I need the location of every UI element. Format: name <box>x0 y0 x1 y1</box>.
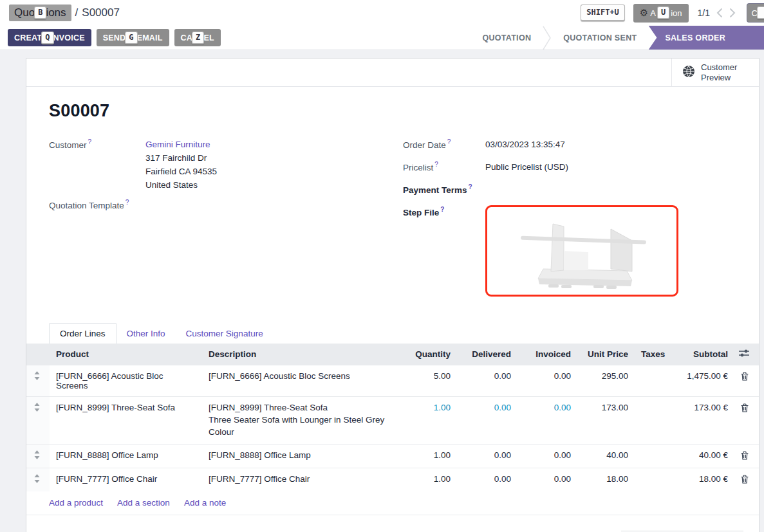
form-sheet: Customer Preview S00007 Customer? Gemini… <box>26 58 759 532</box>
cell-taxes[interactable] <box>635 468 668 491</box>
status-step-quotation-sent[interactable]: QUOTATION SENT <box>552 26 648 50</box>
page-title: S00007 <box>49 101 736 121</box>
table-header-row: Product Description Quantity Delivered I… <box>26 344 759 365</box>
cancel-button[interactable]: CAZEL <box>174 29 221 46</box>
table-row[interactable]: [FURN_8888] Office Lamp [FURN_8888] Offi… <box>26 444 759 468</box>
column-header-quantity[interactable]: Quantity <box>399 344 457 365</box>
hotkey-badge-cropped <box>757 6 764 19</box>
step-file-image[interactable] <box>485 205 678 297</box>
delete-row-icon[interactable] <box>734 444 759 468</box>
description-line: Three Seater Sofa with Lounger in Steel … <box>209 414 393 438</box>
cell-invoiced[interactable]: 0.00 <box>517 396 577 444</box>
delete-row-icon[interactable] <box>734 365 759 396</box>
send-email-label: EMAIL <box>137 33 163 42</box>
column-header-delivered[interactable]: Delivered <box>457 344 517 365</box>
breadcrumb-record-name: S00007 <box>82 6 120 19</box>
breadcrumb-section-text: Quo <box>14 6 35 19</box>
page-background: Customer Preview S00007 Customer? Gemini… <box>0 50 764 532</box>
quotation-template-field-label: Quotation Template? <box>49 198 145 210</box>
send-email-button[interactable]: SENDGEMAIL <box>97 29 169 46</box>
status-step-quotation[interactable]: QUOTATION <box>471 26 543 50</box>
column-header-invoiced[interactable]: Invoiced <box>517 344 577 365</box>
tab-other-info[interactable]: Other Info <box>116 324 176 344</box>
cell-quantity[interactable]: 1.00 <box>399 396 457 444</box>
cell-unit-price[interactable]: 173.00 <box>577 396 635 444</box>
column-header-unit-price[interactable]: Unit Price <box>577 344 635 365</box>
customer-preview-button[interactable]: Customer Preview <box>671 59 759 86</box>
customer-link[interactable]: Gemini Furniture <box>145 138 217 151</box>
help-icon: ? <box>88 138 92 145</box>
cell-subtotal: 40.00 € <box>668 444 734 468</box>
drag-handle-icon[interactable] <box>26 396 50 444</box>
cell-taxes[interactable] <box>635 365 668 396</box>
create-invoice-button[interactable]: CREATQNVOICE <box>8 29 91 46</box>
drag-handle-icon[interactable] <box>26 468 50 491</box>
create-invoice-label: CREAT <box>14 33 42 42</box>
breadcrumb-quotations-link[interactable]: QuoBions <box>9 5 71 21</box>
tab-customer-signature[interactable]: Customer Signature <box>176 324 274 344</box>
payment-terms-field-label: Payment Terms? <box>403 183 485 195</box>
column-header-taxes[interactable]: Taxes <box>635 344 668 365</box>
address-line: 317 Fairchild Dr <box>145 151 217 165</box>
cell-invoiced[interactable]: 0.00 <box>517 468 577 491</box>
cell-description[interactable]: [FURN_8999] Three-Seat Sofa Three Seater… <box>202 396 399 444</box>
table-add-links: Add a product Add a section Add a note <box>26 491 759 515</box>
delete-row-icon[interactable] <box>734 396 759 444</box>
add-a-section-link[interactable]: Add a section <box>117 498 170 508</box>
cancel-label: EL <box>203 33 214 42</box>
action-menu-label: A <box>650 8 656 18</box>
handle-column-header <box>26 344 50 365</box>
pager-next-icon[interactable] <box>729 8 736 18</box>
notebook-tabs: Order Lines Other Info Customer Signatur… <box>26 322 759 344</box>
customer-preview-label: Customer Preview <box>701 62 746 83</box>
tab-order-lines[interactable]: Order Lines <box>49 323 116 344</box>
customer-address: 317 Fairchild Dr Fairfield CA 94535 Unit… <box>145 151 217 192</box>
table-row[interactable]: [FURN_8999] Three-Seat Sofa [FURN_8999] … <box>26 396 759 444</box>
status-separator-icon <box>543 26 552 50</box>
cell-delivered[interactable]: 0.00 <box>457 468 517 491</box>
order-date-field-value[interactable]: 03/03/2023 13:35:47 <box>485 138 565 151</box>
action-menu-button[interactable]: ⚙ AUion <box>633 4 689 23</box>
cell-product[interactable]: [FURN_6666] Acoustic Bloc Screens <box>50 365 202 396</box>
cell-unit-price[interactable]: 18.00 <box>577 468 635 491</box>
drag-handle-icon[interactable] <box>26 444 50 468</box>
column-header-product[interactable]: Product <box>50 344 202 365</box>
drag-handle-icon[interactable] <box>26 365 50 396</box>
cell-invoiced[interactable]: 0.00 <box>517 365 577 396</box>
cell-delivered[interactable]: 0.00 <box>457 396 517 444</box>
add-a-product-link[interactable]: Add a product <box>49 498 103 508</box>
cell-delivered[interactable]: 0.00 <box>457 444 517 468</box>
hotkey-badge-q: Q <box>41 32 53 44</box>
add-a-note-link[interactable]: Add a note <box>184 498 226 508</box>
cell-taxes[interactable] <box>635 396 668 444</box>
cell-unit-price[interactable]: 295.00 <box>577 365 635 396</box>
cell-product[interactable]: [FURN_8888] Office Lamp <box>50 444 202 468</box>
cell-quantity[interactable]: 1.00 <box>399 444 457 468</box>
status-step-sales-order[interactable]: SALES ORDER <box>648 26 764 50</box>
cell-description[interactable]: [FURN_6666] Acoustic Bloc Screens <box>202 365 399 396</box>
cell-delivered[interactable]: 0.00 <box>457 365 517 396</box>
column-header-description[interactable]: Description <box>202 344 399 365</box>
cell-taxes[interactable] <box>635 444 668 468</box>
cell-product[interactable]: [FURN_8999] Three-Seat Sofa <box>50 396 202 444</box>
cell-unit-price[interactable]: 40.00 <box>577 444 635 468</box>
cell-quantity[interactable]: 5.00 <box>399 365 457 396</box>
pricelist-field-value[interactable]: Public Pricelist (USD) <box>485 160 568 174</box>
optional-columns-icon[interactable] <box>734 344 759 365</box>
delete-row-icon[interactable] <box>734 468 759 491</box>
hotkey-badge-z: Z <box>192 32 204 44</box>
edge-cropped-button[interactable]: C <box>747 3 764 23</box>
top-navbar: QuoBions / S00007 SHIFT+U ⚙ AUion 1/1 C <box>0 0 764 26</box>
column-header-subtotal[interactable]: Subtotal <box>668 344 734 365</box>
cell-description[interactable]: [FURN_7777] Office Chair <box>202 468 399 491</box>
pager-previous-icon[interactable] <box>716 8 723 18</box>
cell-product[interactable]: [FURN_7777] Office Chair <box>50 468 202 491</box>
step-file-field-label: Step File? <box>403 205 485 297</box>
control-bar: CREATQNVOICE SENDGEMAIL CAZEL QUOTATION … <box>0 26 764 50</box>
table-row[interactable]: [FURN_6666] Acoustic Bloc Screens [FURN_… <box>26 365 759 396</box>
table-row[interactable]: [FURN_7777] Office Chair [FURN_7777] Off… <box>26 468 759 491</box>
address-line: United States <box>145 178 217 192</box>
cell-description[interactable]: [FURN_8888] Office Lamp <box>202 444 399 468</box>
cell-quantity[interactable]: 1.00 <box>399 468 457 491</box>
cell-invoiced[interactable]: 0.00 <box>517 444 577 468</box>
